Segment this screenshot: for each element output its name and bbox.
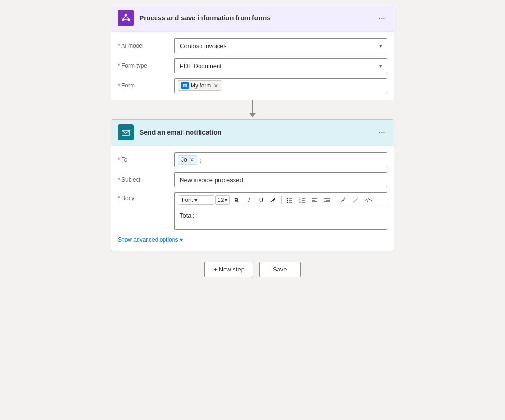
form-label: * Form [118, 82, 174, 89]
unlink-button[interactable] [350, 194, 361, 206]
subject-label: * Subject [118, 176, 174, 183]
card2-icon [118, 124, 134, 140]
bullet-ordered-button[interactable]: 1.2.3. [296, 194, 308, 206]
form-tag: My form ✕ [178, 80, 221, 91]
card1-icon [118, 10, 134, 26]
link-button[interactable] [338, 194, 349, 206]
to-tag-remove[interactable]: ✕ [190, 157, 194, 163]
svg-text:3.: 3. [299, 201, 301, 203]
card1-more-button[interactable]: ··· [376, 11, 387, 25]
actions-row: + New step Save [204, 262, 300, 277]
card1-title: Process and save information from forms [139, 14, 376, 22]
align-right-button[interactable] [321, 194, 332, 206]
form-tag-icon [181, 82, 189, 89]
body-row: * Body Font ▾ 12 ▾ [118, 192, 387, 230]
form-type-row: * Form type PDF Document ▾ [118, 58, 387, 73]
code-button[interactable]: </> [362, 194, 374, 206]
svg-point-13 [287, 200, 288, 201]
connector-arrow [249, 100, 256, 119]
font-select[interactable]: Font ▾ [179, 195, 214, 205]
svg-line-10 [275, 198, 275, 199]
font-label: Font [182, 197, 193, 203]
ai-model-row: * AI model Contoso invoices ▾ [118, 38, 387, 53]
form-tag-text: My form [191, 82, 211, 89]
font-size-value: 12 [218, 197, 224, 203]
to-row: * To Jo ✕ ; [118, 152, 387, 167]
svg-point-1 [122, 19, 124, 21]
ai-model-label: * AI model [118, 43, 174, 49]
show-advanced-label: Show advanced options [118, 236, 178, 243]
form-type-chevron: ▾ [379, 63, 382, 69]
toolbar-sep-1 [281, 196, 282, 204]
card2-more-button[interactable]: ··· [376, 126, 387, 140]
pen-button[interactable] [268, 194, 279, 206]
svg-rect-6 [183, 84, 187, 88]
font-chevron-icon: ▾ [194, 197, 197, 203]
font-size-select[interactable]: 12 ▾ [215, 195, 230, 205]
subject-input[interactable]: New invoice processed [174, 172, 387, 187]
show-advanced-options[interactable]: Show advanced options ▾ [118, 236, 387, 244]
form-type-label: * Form type [118, 62, 174, 69]
to-input[interactable]: Jo ✕ ; [174, 152, 387, 167]
body-label: * Body [118, 192, 174, 201]
form-tag-input[interactable]: My form ✕ [174, 78, 387, 93]
card2-title: Send an email notification [139, 129, 376, 136]
new-step-button[interactable]: + New step [204, 262, 253, 277]
card-process-forms: Process and save information from forms … [111, 5, 394, 100]
rich-editor: Font ▾ 12 ▾ B I [174, 192, 387, 230]
italic-button[interactable]: I [243, 194, 254, 206]
ai-model-select[interactable]: Contoso invoices ▾ [174, 38, 387, 53]
toolbar: Font ▾ 12 ▾ B I [175, 192, 387, 208]
font-size-chevron-icon: ▾ [225, 197, 227, 203]
svg-point-11 [287, 198, 288, 199]
underline-button[interactable]: U [255, 194, 267, 206]
align-left-button[interactable] [309, 194, 320, 206]
new-step-label: + New step [213, 266, 244, 273]
to-separator: ; [200, 157, 202, 164]
toolbar-sep-2 [335, 196, 335, 204]
ai-model-value: Contoso invoices [180, 43, 226, 50]
ai-model-chevron: ▾ [379, 43, 382, 49]
to-tag-text: Jo [181, 157, 187, 163]
body-text: Total: [180, 212, 194, 219]
to-label: * To [118, 157, 174, 163]
show-advanced-chevron-icon: ▾ [180, 236, 183, 243]
svg-rect-9 [122, 130, 130, 135]
form-type-select[interactable]: PDF Document ▾ [174, 58, 387, 73]
card-email: Send an email notification ··· * To Jo ✕… [111, 119, 394, 251]
form-tag-remove[interactable]: ✕ [214, 83, 218, 89]
save-button[interactable]: Save [259, 262, 301, 277]
svg-point-2 [128, 19, 130, 21]
form-row: * Form My form ✕ [118, 78, 387, 93]
form-type-value: PDF Document [180, 62, 222, 70]
bullet-unordered-button[interactable] [284, 194, 296, 206]
subject-value: New invoice processed [180, 176, 243, 184]
svg-line-29 [353, 198, 358, 202]
svg-line-3 [123, 17, 126, 19]
editor-body[interactable]: Total: [175, 208, 387, 229]
save-label: Save [273, 266, 287, 273]
svg-line-4 [126, 17, 129, 19]
to-tag: Jo ✕ [178, 155, 197, 165]
bold-button[interactable]: B [231, 194, 242, 206]
svg-point-0 [125, 14, 127, 17]
svg-point-15 [287, 202, 288, 203]
subject-row: * Subject New invoice processed [118, 172, 387, 187]
